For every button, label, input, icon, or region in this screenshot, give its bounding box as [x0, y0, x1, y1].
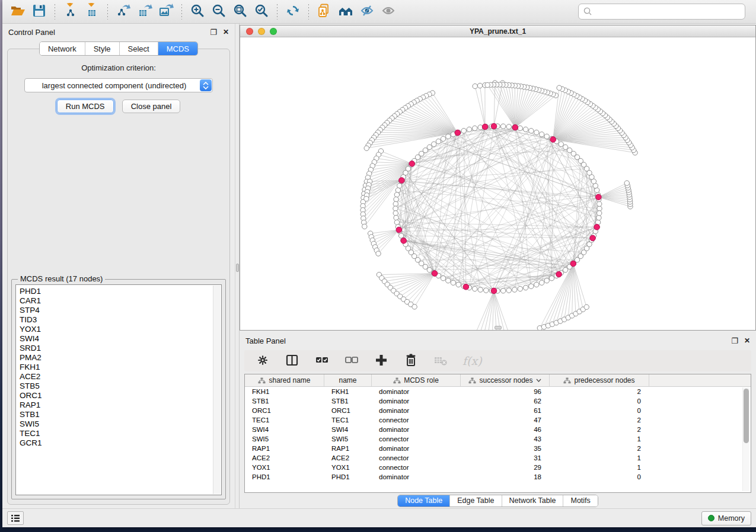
cell-MCDS-role[interactable]: dominator	[372, 473, 461, 480]
tab-style[interactable]: Style	[85, 42, 120, 55]
new-network-from-selection-button[interactable]	[315, 3, 334, 21]
run-mcds-button[interactable]: Run MCDS	[57, 100, 114, 113]
mcds-result-item[interactable]: PMA2	[20, 353, 221, 363]
mcds-result-item[interactable]: SWI4	[20, 334, 221, 344]
cell-shared-name[interactable]: SWI5	[245, 435, 324, 443]
cell-predecessor-nodes[interactable]: 2	[550, 445, 649, 452]
cell-name[interactable]: ORC1	[324, 407, 372, 414]
mcds-result-item[interactable]: STP4	[20, 306, 221, 315]
zoom-out-button[interactable]	[209, 3, 228, 21]
mcds-result-list[interactable]: PHD1CAR1STP4TID3YOX1SWI4SRD1PMA2FKH1ACE2…	[15, 284, 222, 495]
mcds-result-item[interactable]: TEC1	[20, 429, 221, 438]
table-scrollbar[interactable]	[742, 387, 749, 491]
cell-successor-nodes[interactable]: 62	[461, 398, 550, 405]
cell-successor-nodes[interactable]: 47	[461, 416, 550, 424]
cell-successor-nodes[interactable]: 29	[461, 464, 550, 471]
table-row[interactable]: ACE2ACE2connector311	[245, 453, 751, 463]
save-session-button[interactable]	[30, 3, 49, 21]
mcds-result-item[interactable]: GCR1	[20, 438, 221, 448]
tab-node-table[interactable]: Node Table	[398, 495, 450, 507]
cell-name[interactable]: SWI5	[324, 435, 372, 443]
table-row[interactable]: PHD1PHD1dominator180	[245, 472, 751, 482]
cell-successor-nodes[interactable]: 43	[461, 435, 550, 443]
zoom-in-button[interactable]	[188, 3, 207, 21]
mcds-result-item[interactable]: YOX1	[20, 325, 221, 334]
delete-table-button[interactable]	[433, 352, 448, 370]
close-panel-icon[interactable]: ✕	[223, 28, 229, 36]
close-table-panel-icon[interactable]: ✕	[744, 337, 750, 344]
cell-successor-nodes[interactable]: 18	[461, 473, 550, 480]
cell-shared-name[interactable]: YOX1	[245, 464, 324, 471]
import-table-button[interactable]	[82, 3, 101, 21]
cell-MCDS-role[interactable]: connector	[372, 454, 461, 462]
column-header-MCDS-role[interactable]: MCDS role	[372, 374, 461, 386]
mcds-result-item[interactable]: STB1	[20, 410, 221, 419]
vertical-splitter[interactable]	[235, 24, 240, 508]
cell-shared-name[interactable]: ORC1	[245, 407, 324, 414]
maximize-window-icon[interactable]	[270, 28, 277, 35]
table-row[interactable]: TEC1TEC1connector472	[245, 415, 751, 425]
cell-MCDS-role[interactable]: connector	[372, 464, 461, 471]
cell-name[interactable]: TEC1	[324, 416, 372, 424]
mcds-result-item[interactable]: ORC1	[20, 391, 221, 400]
cell-predecessor-nodes[interactable]: 2	[550, 416, 649, 424]
tab-mcds[interactable]: MCDS	[158, 42, 197, 55]
mcds-result-item[interactable]: SRD1	[20, 344, 221, 353]
task-history-button[interactable]	[7, 511, 24, 525]
cell-name[interactable]: ACE2	[324, 454, 372, 462]
cell-shared-name[interactable]: ACE2	[245, 454, 324, 462]
cell-name[interactable]: RAP1	[324, 445, 372, 452]
add-column-button[interactable]	[374, 352, 389, 370]
cell-shared-name[interactable]: RAP1	[245, 445, 324, 452]
cell-successor-nodes[interactable]: 96	[461, 388, 550, 395]
export-network-button[interactable]	[114, 3, 133, 21]
tab-network-table[interactable]: Network Table	[502, 495, 564, 507]
network-splitter-handle[interactable]	[495, 326, 502, 329]
delete-column-button[interactable]	[403, 352, 419, 370]
columns-button[interactable]	[285, 352, 300, 370]
cell-name[interactable]: PHD1	[324, 473, 372, 480]
zoom-fit-button[interactable]	[231, 3, 250, 21]
mcds-result-item[interactable]: TID3	[20, 315, 221, 325]
tab-motifs[interactable]: Motifs	[563, 495, 597, 507]
cell-predecessor-nodes[interactable]: 1	[550, 435, 649, 443]
column-header-predecessor-nodes[interactable]: predecessor nodes	[550, 374, 649, 386]
cell-predecessor-nodes[interactable]: 0	[550, 398, 649, 405]
tab-select[interactable]: Select	[120, 42, 158, 55]
mcds-result-item[interactable]: ACE2	[20, 372, 221, 382]
cell-MCDS-role[interactable]: connector	[372, 416, 461, 424]
float-panel-icon[interactable]: ❐	[210, 28, 217, 36]
minimize-window-icon[interactable]	[258, 28, 265, 35]
mcds-result-item[interactable]: SWI5	[20, 419, 221, 429]
table-row[interactable]: SWI5SWI5connector431	[245, 434, 751, 444]
table-row[interactable]: FKH1FKH1dominator962	[245, 387, 751, 396]
export-table-button[interactable]	[135, 3, 154, 21]
cell-name[interactable]: FKH1	[324, 388, 372, 395]
cell-successor-nodes[interactable]: 35	[461, 445, 550, 452]
cell-predecessor-nodes[interactable]: 2	[550, 388, 649, 395]
show-graphics-details-button[interactable]	[379, 3, 398, 21]
function-builder-icon[interactable]: f(x)	[462, 354, 482, 367]
gear-button[interactable]	[256, 352, 270, 370]
mcds-result-item[interactable]: CAR1	[20, 296, 221, 306]
cell-MCDS-role[interactable]: dominator	[372, 388, 461, 395]
table-row[interactable]: YOX1YOX1connector291	[245, 463, 751, 472]
result-list-scrollbar[interactable]	[213, 286, 221, 494]
deselect-all-button[interactable]	[344, 352, 359, 370]
select-all-button[interactable]	[314, 352, 330, 370]
cell-predecessor-nodes[interactable]: 0	[550, 473, 649, 480]
cell-name[interactable]: STB1	[324, 398, 372, 405]
cell-MCDS-role[interactable]: dominator	[372, 398, 461, 405]
tab-network[interactable]: Network	[40, 42, 85, 55]
network-window-titlebar[interactable]: YPA_prune.txt_1	[240, 25, 755, 37]
column-header-successor-nodes[interactable]: successor nodes	[461, 374, 550, 386]
network-graph[interactable]	[240, 37, 755, 330]
float-table-panel-icon[interactable]: ❐	[731, 337, 738, 345]
splitter-handle[interactable]	[236, 264, 239, 272]
cell-successor-nodes[interactable]: 46	[461, 426, 550, 433]
memory-button[interactable]: Memory	[701, 511, 751, 525]
cell-MCDS-role[interactable]: connector	[372, 435, 461, 443]
cell-shared-name[interactable]: PHD1	[245, 473, 324, 480]
table-row[interactable]: RAP1RAP1dominator352	[245, 444, 751, 453]
optimization-criterion-select[interactable]: largest connected component (undirected)	[24, 78, 213, 92]
